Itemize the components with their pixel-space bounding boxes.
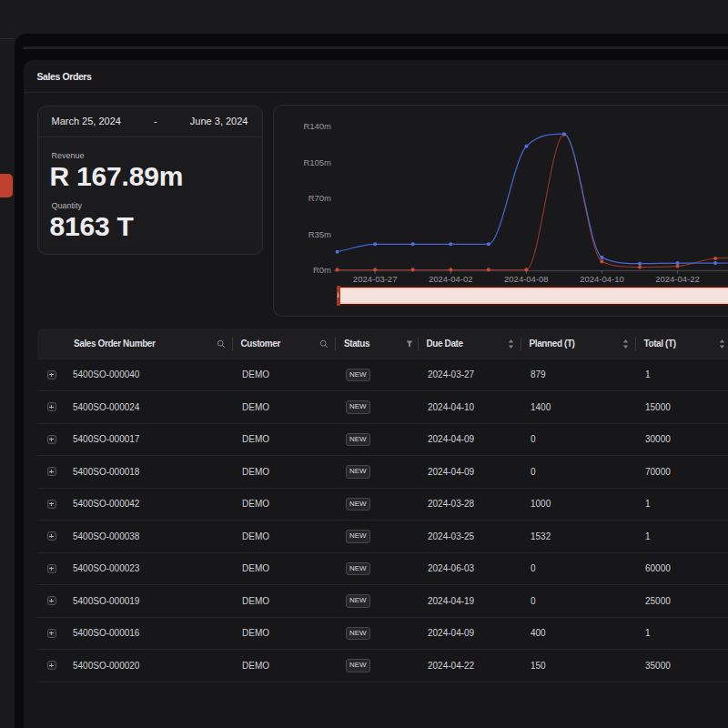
- point-revenue-red[interactable]: [713, 257, 717, 260]
- column-header-total[interactable]: Total (T): [636, 329, 728, 359]
- column-header-due[interactable]: Due Date: [419, 329, 521, 359]
- side-red-button[interactable]: [0, 174, 13, 197]
- filter-trigger[interactable]: [406, 340, 413, 348]
- table-row[interactable]: 5400SO-000023DEMONEW2024-06-03060000: [37, 553, 728, 586]
- column-header-so[interactable]: Sales Order Number: [66, 329, 233, 359]
- point-revenue-blue[interactable]: [411, 242, 415, 246]
- status-badge: NEW: [346, 659, 371, 672]
- brush-left-handle[interactable]: [337, 286, 340, 306]
- point-revenue-red[interactable]: [373, 268, 377, 271]
- app-root: Sales Orders March 25, 2024 - June 3, 20…: [0, 0, 728, 728]
- cell-status: NEW: [336, 530, 419, 543]
- cell-status: NEW: [336, 369, 419, 382]
- expand-row-button[interactable]: [47, 435, 56, 444]
- table-row[interactable]: 5400SO-000017DEMONEW2024-04-09030000: [37, 424, 728, 457]
- search-icon[interactable]: [217, 339, 226, 349]
- svg-text:2024-04-02: 2024-04-02: [429, 274, 473, 284]
- expand-row-button[interactable]: [47, 370, 56, 379]
- svg-text:2024-04-22: 2024-04-22: [655, 274, 700, 284]
- table-row[interactable]: 5400SO-000040DEMONEW2024-03-278791: [37, 359, 728, 392]
- point-revenue-red[interactable]: [449, 268, 452, 271]
- svg-text:R140m: R140m: [303, 121, 331, 131]
- point-revenue-red[interactable]: [638, 266, 642, 269]
- cell-expand: [37, 370, 66, 379]
- cell-customer: DEMO: [233, 434, 337, 444]
- cell-so: 5400SO-000016: [66, 628, 233, 638]
- table-row[interactable]: 5400SO-000038DEMONEW2024-03-2515321: [37, 521, 728, 553]
- column-header-planned[interactable]: Planned (T): [521, 329, 636, 359]
- table-row[interactable]: 5400SO-000019DEMONEW2024-04-19025000: [37, 585, 728, 618]
- cell-so: 5400SO-000038: [66, 531, 233, 541]
- point-revenue-red[interactable]: [487, 268, 490, 271]
- table-row[interactable]: 5400SO-000042DEMONEW2024-03-2810001: [37, 489, 728, 521]
- status-badge: NEW: [346, 530, 371, 543]
- expand-row-button[interactable]: [47, 500, 56, 509]
- expand-row-button[interactable]: [47, 596, 56, 605]
- date-end[interactable]: June 3, 2024: [190, 116, 248, 126]
- sorter-icon[interactable]: [508, 339, 514, 349]
- cell-planned: 1532: [521, 531, 636, 541]
- point-revenue-red[interactable]: [336, 268, 339, 271]
- cell-planned: 0: [521, 596, 636, 606]
- expand-row-button[interactable]: [47, 564, 56, 573]
- column-header-customer[interactable]: Customer: [233, 329, 337, 359]
- cell-so: 5400SO-000042: [66, 499, 233, 509]
- point-revenue-blue[interactable]: [562, 132, 566, 136]
- point-revenue-blue[interactable]: [675, 261, 679, 265]
- cell-due: 2024-04-09: [419, 467, 521, 477]
- point-revenue-blue[interactable]: [600, 256, 603, 259]
- sales-orders-panel: Sales Orders March 25, 2024 - June 3, 20…: [24, 60, 728, 728]
- point-revenue-blue[interactable]: [638, 262, 642, 266]
- cell-customer: DEMO: [233, 499, 337, 509]
- search-trigger[interactable]: [217, 339, 226, 349]
- column-header-status[interactable]: Status: [336, 329, 419, 359]
- expand-row-button[interactable]: [47, 661, 56, 670]
- filter-icon[interactable]: [406, 340, 413, 348]
- svg-text:2024-03-27: 2024-03-27: [353, 274, 398, 284]
- chart-brush[interactable]: [337, 286, 728, 306]
- column-label: Sales Order Number: [74, 339, 156, 349]
- point-revenue-blue[interactable]: [487, 242, 490, 246]
- sorter-trigger[interactable]: [622, 339, 629, 349]
- expand-row-button[interactable]: [47, 629, 56, 638]
- sorter-trigger[interactable]: [719, 339, 725, 349]
- table-row[interactable]: 5400SO-000024DEMONEW2024-04-10140015000: [37, 391, 728, 424]
- date-start[interactable]: March 25, 2024: [52, 116, 121, 126]
- cell-customer: DEMO: [233, 531, 337, 541]
- cell-due: 2024-04-19: [419, 596, 521, 606]
- point-revenue-blue[interactable]: [336, 250, 339, 254]
- expand-row-button[interactable]: [47, 402, 56, 411]
- sorter-icon[interactable]: [719, 339, 725, 349]
- point-revenue-blue[interactable]: [373, 242, 377, 246]
- revenue-label: Revenue: [52, 151, 85, 160]
- point-revenue-red[interactable]: [524, 268, 528, 271]
- expand-row-button[interactable]: [47, 531, 56, 541]
- status-badge: NEW: [346, 369, 371, 382]
- table-row[interactable]: 5400SO-000018DEMONEW2024-04-09070000: [37, 456, 728, 489]
- cell-status: NEW: [336, 433, 419, 447]
- date-separator: -: [154, 116, 157, 126]
- svg-text:2024-04-10: 2024-04-10: [580, 274, 624, 284]
- cell-total: 1: [636, 369, 728, 379]
- sorter-trigger[interactable]: [508, 339, 514, 349]
- search-icon[interactable]: [319, 339, 329, 349]
- table-row[interactable]: 5400SO-000020DEMONEW2024-04-2215035000: [37, 650, 728, 682]
- sorter-icon[interactable]: [622, 339, 629, 349]
- expand-row-button[interactable]: [47, 467, 56, 476]
- point-revenue-blue[interactable]: [449, 242, 452, 246]
- table-row[interactable]: 5400SO-000016DEMONEW2024-04-094001: [37, 618, 728, 651]
- cell-total: 1: [636, 499, 728, 509]
- search-trigger[interactable]: [319, 339, 329, 349]
- backdrop-topbar-divider: [0, 38, 15, 39]
- cell-total: 60000: [636, 563, 728, 573]
- point-revenue-red[interactable]: [600, 259, 603, 263]
- point-revenue-blue[interactable]: [524, 145, 528, 148]
- date-range-picker[interactable]: March 25, 2024 - June 3, 2024: [38, 106, 262, 137]
- panel-title: Sales Orders: [37, 71, 92, 82]
- svg-text:R35m: R35m: [308, 229, 331, 239]
- point-revenue-blue[interactable]: [713, 261, 717, 265]
- cell-status: NEW: [336, 659, 419, 672]
- point-revenue-red[interactable]: [411, 268, 415, 271]
- cell-customer: DEMO: [233, 661, 337, 671]
- status-badge: NEW: [346, 594, 371, 608]
